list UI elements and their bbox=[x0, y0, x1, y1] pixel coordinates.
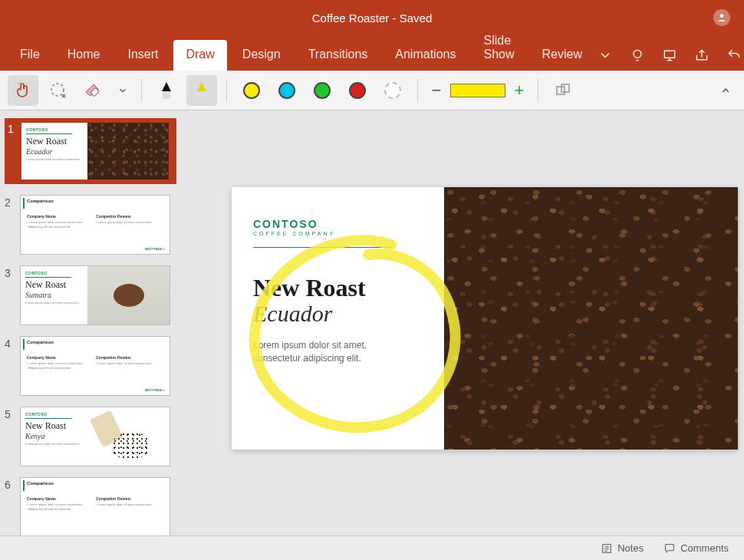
brand-name: CONTOSO bbox=[253, 218, 423, 230]
slide-thumbnail[interactable]: 2 Comparison Company Name• Lorem ipsum d… bbox=[5, 195, 176, 255]
svg-point-7 bbox=[51, 84, 64, 96]
slide-thumbnail[interactable]: 3 CONTOSO New Roast Sumatra Lorem ipsum … bbox=[5, 265, 176, 325]
color-more-button[interactable] bbox=[377, 75, 408, 106]
draw-touch-button[interactable] bbox=[8, 75, 38, 106]
slide-number: 5 bbox=[5, 407, 20, 420]
tab-file[interactable]: File bbox=[8, 40, 52, 71]
share-icon[interactable] bbox=[694, 48, 709, 63]
tell-me-lightbulb-icon[interactable] bbox=[630, 48, 645, 63]
tab-slideshow[interactable]: Slide Show bbox=[471, 26, 526, 71]
tab-review[interactable]: Review bbox=[529, 40, 594, 71]
svg-point-1 bbox=[634, 50, 641, 58]
ribbon-divider bbox=[226, 79, 227, 102]
slide-number: 1 bbox=[5, 121, 20, 135]
eraser-button[interactable] bbox=[78, 75, 109, 106]
ribbon-divider bbox=[141, 79, 142, 102]
workspace: 1 CONTOSO New Roast Ecuador Lorem ipsum … bbox=[0, 110, 744, 535]
slide-number: 6 bbox=[5, 477, 20, 491]
color-red-button[interactable] bbox=[342, 75, 373, 106]
slide-thumbnail[interactable]: 6 Comparison Company Name• Lorem ipsum d… bbox=[5, 477, 176, 535]
thickness-increase-button[interactable]: + bbox=[510, 81, 528, 100]
present-icon[interactable] bbox=[662, 48, 677, 63]
color-yellow-button[interactable] bbox=[236, 75, 267, 106]
ribbon-divider bbox=[538, 79, 538, 102]
slide-number: 4 bbox=[5, 336, 20, 350]
more-tabs-chevron-icon[interactable] bbox=[598, 48, 613, 63]
tab-animations[interactable]: Animations bbox=[383, 40, 468, 71]
tab-design[interactable]: Design bbox=[230, 40, 293, 71]
slide-subtitle: Ecuador bbox=[253, 301, 423, 327]
slide-title: New Roast bbox=[253, 274, 423, 302]
color-cyan-button[interactable] bbox=[272, 75, 302, 106]
undo-icon[interactable] bbox=[726, 48, 742, 63]
slide-thumbnail[interactable]: 4 Comparison Company Name• Lorem ipsum d… bbox=[5, 336, 176, 396]
slide-number: 2 bbox=[5, 195, 20, 209]
slide-image-coffee-beans bbox=[444, 187, 738, 450]
draw-ribbon: − + bbox=[0, 71, 744, 110]
account-avatar[interactable] bbox=[713, 9, 730, 26]
thickness-preview bbox=[450, 84, 505, 97]
tab-draw[interactable]: Draw bbox=[173, 40, 226, 71]
tab-home[interactable]: Home bbox=[55, 40, 113, 71]
svg-rect-12 bbox=[557, 87, 565, 94]
ribbon-divider bbox=[417, 79, 418, 102]
svg-point-0 bbox=[720, 14, 724, 18]
tab-transitions[interactable]: Transitions bbox=[296, 40, 380, 71]
pen-black-button[interactable] bbox=[151, 75, 182, 106]
current-slide[interactable]: CONTOSO COFFEE COMPANY New Roast Ecuador… bbox=[232, 187, 738, 450]
ink-to-shape-button[interactable] bbox=[548, 75, 578, 106]
slide-thumbnail-panel[interactable]: 1 CONTOSO New Roast Ecuador Lorem ipsum … bbox=[0, 110, 181, 535]
notes-label: Notes bbox=[617, 542, 644, 554]
comments-button[interactable]: Comments bbox=[663, 542, 729, 555]
svg-rect-13 bbox=[561, 84, 569, 92]
color-green-button[interactable] bbox=[307, 75, 337, 106]
divider-line bbox=[253, 247, 391, 248]
eraser-dropdown-chevron-icon[interactable] bbox=[114, 75, 132, 106]
tab-insert[interactable]: Insert bbox=[115, 40, 170, 71]
slide-thumbnail[interactable]: 5 CONTOSO New Roast Kenya Lorem ipsum do… bbox=[5, 407, 176, 466]
notes-button[interactable]: Notes bbox=[601, 542, 644, 555]
titlebar: Coffee Roaster - Saved File Home Insert … bbox=[0, 0, 744, 71]
slide-thumbnail[interactable]: 1 CONTOSO New Roast Ecuador Lorem ipsum … bbox=[5, 118, 176, 184]
thickness-decrease-button[interactable]: − bbox=[427, 81, 446, 100]
document-title: Coffee Roaster - Saved bbox=[312, 12, 432, 25]
lasso-select-button[interactable] bbox=[43, 75, 74, 106]
collapse-ribbon-chevron-icon[interactable] bbox=[715, 80, 736, 101]
status-bar: Notes Comments bbox=[0, 535, 744, 560]
slide-body-text: Lorem ipsum dolor sit amet, consectetur … bbox=[253, 339, 391, 365]
slide-number: 3 bbox=[5, 265, 20, 279]
brand-subtitle: COFFEE COMPANY bbox=[253, 231, 423, 236]
highlighter-yellow-button[interactable] bbox=[186, 75, 217, 106]
slide-canvas[interactable]: CONTOSO COFFEE COMPANY New Roast Ecuador… bbox=[181, 110, 744, 535]
svg-rect-3 bbox=[664, 51, 674, 58]
ribbon-tabs: File Home Insert Draw Design Transitions… bbox=[0, 35, 744, 71]
comments-label: Comments bbox=[680, 542, 729, 554]
